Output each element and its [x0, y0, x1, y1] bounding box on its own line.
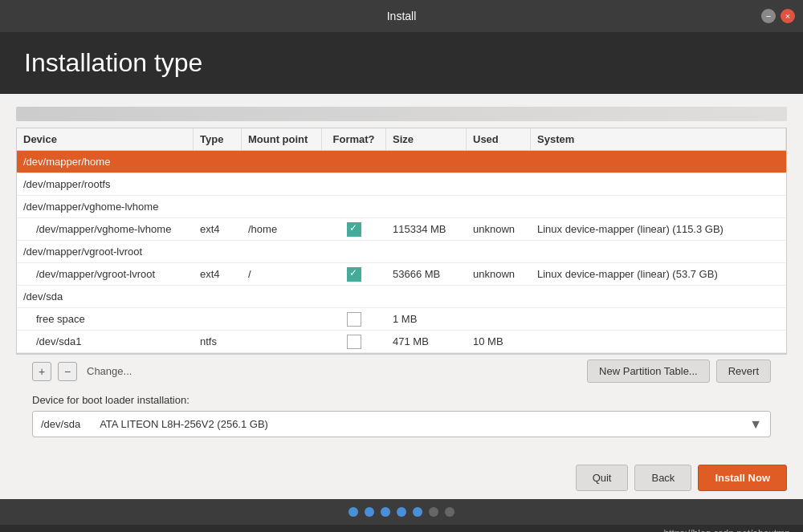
table-row[interactable]: /dev/mapper/vgroot-lvroot ext4 / 53666 M…	[17, 263, 786, 286]
col-header-type: Type	[194, 128, 242, 150]
cell-format	[322, 159, 386, 165]
cell-used	[467, 181, 531, 188]
scrollbar[interactable]	[16, 107, 787, 121]
cell-size	[386, 181, 467, 188]
footer-link-text: https://blog.csdn.net/aboutmn	[664, 528, 790, 532]
cell-system	[531, 159, 786, 165]
table-row[interactable]: /dev/mapper/home	[17, 151, 786, 173]
cell-mount	[242, 159, 322, 165]
scrollbar-track	[16, 107, 787, 121]
cell-used	[467, 204, 531, 210]
revert-button[interactable]: Revert	[716, 359, 771, 383]
back-button[interactable]: Back	[634, 465, 691, 491]
cell-used: unknown	[467, 220, 531, 238]
table-header: Device Type Mount point Format? Size Use…	[17, 128, 786, 151]
window-title: Install	[387, 10, 417, 22]
format-checkbox	[347, 222, 361, 237]
minimize-button[interactable]: −	[761, 9, 776, 23]
table-row[interactable]: free space 1 MB	[17, 308, 786, 331]
cell-system	[531, 181, 786, 188]
page-header: Installation type	[0, 32, 803, 94]
dots-indicator	[0, 499, 803, 525]
table-toolbar: + − Change... New Partition Table... Rev…	[16, 354, 787, 388]
boot-loader-section: Device for boot loader installation: /de…	[16, 388, 787, 444]
window: Install − × Installation type Device Typ…	[0, 0, 803, 532]
cell-mount: /	[242, 265, 322, 283]
cell-type	[194, 249, 242, 255]
table-row[interactable]: /dev/mapper/vghome-lvhome	[17, 196, 786, 218]
cell-size: 115334 MB	[386, 220, 467, 238]
cell-type: ntfs	[194, 332, 242, 351]
cell-used: 10 MB	[467, 332, 531, 351]
cell-type	[194, 159, 242, 165]
cell-format	[322, 204, 386, 210]
dot-7	[445, 507, 454, 517]
cell-device: free space	[17, 310, 194, 328]
cell-type	[194, 204, 242, 210]
cell-system	[531, 294, 786, 300]
add-partition-button[interactable]: +	[32, 362, 51, 381]
cell-type	[194, 316, 242, 323]
action-buttons: Quit Back Install Now	[0, 457, 803, 499]
titlebar: Install − ×	[0, 0, 803, 32]
cell-system	[531, 339, 786, 345]
cell-used	[467, 249, 531, 255]
titlebar-buttons: − ×	[761, 9, 795, 23]
cell-used	[467, 159, 531, 165]
dot-4	[397, 507, 406, 517]
col-header-format: Format?	[322, 128, 386, 150]
cell-device: /dev/sda	[17, 287, 194, 306]
boot-loader-label: Device for boot loader installation:	[32, 394, 771, 406]
table-row[interactable]: /dev/mapper/rootfs	[17, 173, 786, 196]
cell-mount	[242, 294, 322, 300]
partition-table: Device Type Mount point Format? Size Use…	[16, 128, 787, 354]
dot-5	[413, 507, 422, 517]
boot-loader-description: ATA LITEON L8H-256V2 (256.1 GB)	[100, 418, 268, 430]
table-row[interactable]: /dev/sda1 ntfs 471 MB 10 MB	[17, 331, 786, 353]
cell-format	[322, 181, 386, 188]
cell-format	[322, 294, 386, 300]
cell-device: /dev/mapper/home	[17, 152, 194, 171]
cell-used	[467, 316, 531, 323]
page-title: Installation type	[24, 48, 779, 78]
cell-format	[322, 309, 386, 330]
quit-button[interactable]: Quit	[576, 465, 629, 491]
cell-device: /dev/mapper/vghome-lvhome	[17, 197, 194, 216]
cell-device: /dev/sda1	[17, 332, 194, 351]
cell-type	[194, 181, 242, 188]
close-button[interactable]: ×	[781, 9, 795, 23]
cell-device: /dev/mapper/vgroot-lvroot	[17, 265, 194, 283]
new-partition-table-button[interactable]: New Partition Table...	[587, 359, 710, 383]
cell-system: Linux device-mapper (linear) (115.3 GB)	[531, 220, 786, 238]
dot-1	[349, 507, 358, 517]
format-checkbox	[347, 267, 361, 282]
table-row[interactable]: /dev/sda	[17, 286, 786, 308]
remove-partition-button[interactable]: −	[58, 362, 77, 381]
boot-loader-select[interactable]: /dev/sda ATA LITEON L8H-256V2 (256.1 GB)…	[32, 411, 771, 437]
cell-device: /dev/mapper/vgroot-lvroot	[17, 242, 194, 261]
cell-mount	[242, 316, 322, 323]
cell-used: unknown	[467, 265, 531, 283]
cell-type: ext4	[194, 220, 242, 238]
cell-size: 1 MB	[386, 310, 467, 328]
cell-format	[322, 264, 386, 285]
cell-device: /dev/mapper/vghome-lvhome	[17, 220, 194, 238]
cell-size	[386, 204, 467, 210]
dot-6	[429, 507, 438, 517]
format-checkbox	[347, 312, 361, 327]
col-header-size: Size	[386, 128, 467, 150]
install-now-button[interactable]: Install Now	[698, 465, 787, 491]
col-header-mount: Mount point	[242, 128, 322, 150]
table-body: /dev/mapper/home /dev/mapper/rootfs	[17, 151, 786, 353]
table-row[interactable]: /dev/mapper/vghome-lvhome ext4 /home 115…	[17, 218, 786, 241]
cell-device: /dev/mapper/rootfs	[17, 175, 194, 193]
cell-mount: /home	[242, 220, 322, 238]
cell-format	[322, 331, 386, 352]
cell-size	[386, 294, 467, 300]
cell-mount	[242, 249, 322, 255]
change-partition-button[interactable]: Change...	[84, 365, 135, 377]
dot-3	[381, 507, 390, 517]
table-row[interactable]: /dev/mapper/vgroot-lvroot	[17, 241, 786, 263]
cell-type: ext4	[194, 265, 242, 283]
col-header-system: System	[531, 128, 786, 150]
